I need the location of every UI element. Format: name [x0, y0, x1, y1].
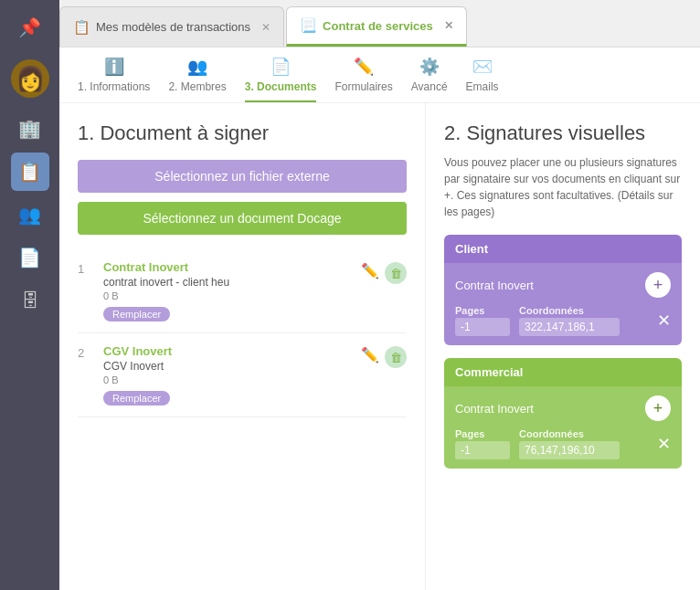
sig-coords-input[interactable] — [519, 318, 620, 336]
sig-pages-label: Pages — [455, 428, 510, 439]
sig-field-row: Pages Coordonnées ✕ — [455, 305, 671, 336]
sidebar-item-building[interactable]: 🏢 — [11, 110, 49, 148]
tab-contrat-label: Contrat de services — [323, 19, 433, 33]
table-row: 1 Contrat Inovert contrat inovert - clie… — [78, 249, 407, 333]
sig-pages-label: Pages — [455, 305, 510, 316]
doc-size: 0 B — [103, 290, 350, 301]
doc-replace-button[interactable]: Remplacer — [103, 307, 170, 321]
sig-section-title: 2. Signatures visuelles — [444, 121, 682, 145]
sig-doc-name: Contrat Inovert — [455, 402, 534, 416]
sig-add-button[interactable]: + — [645, 272, 671, 298]
sidebar-item-documents[interactable]: 📋 — [11, 153, 49, 191]
sig-row: Contrat Inovert + — [455, 395, 671, 421]
tab-bar: 📋 Mes modèles de transactions ✕ 📃 Contra… — [59, 0, 700, 47]
info-icon: ℹ️ — [104, 57, 124, 77]
document-list: 1 Contrat Inovert contrat inovert - clie… — [78, 249, 407, 417]
edit-icon[interactable]: ✏️ — [361, 346, 379, 368]
subnav-emails-label: Emails — [466, 80, 499, 93]
formulaires-icon: ✏️ — [354, 57, 374, 77]
subnav-avance[interactable]: ⚙️ Avancé — [411, 57, 448, 102]
subnav-documents[interactable]: 📄 3. Documents — [245, 57, 317, 102]
doc-name: Contrat Inovert — [103, 260, 350, 274]
sig-fields: Pages Coordonnées — [455, 428, 620, 459]
sig-card-commercial: Commercial Contrat Inovert + Pages — [444, 358, 682, 469]
subnav-membres-label: 2. Membres — [168, 80, 226, 93]
subnav-emails[interactable]: ✉️ Emails — [466, 57, 499, 102]
sub-nav: ℹ️ 1. Informations 👥 2. Membres 📄 3. Doc… — [59, 47, 700, 103]
doc-actions: ✏️ 🗑 — [361, 260, 407, 284]
sig-fields: Pages Coordonnées — [455, 305, 620, 336]
subnav-formulaires[interactable]: ✏️ Formulaires — [334, 57, 392, 102]
sig-coords-group: Coordonnées — [519, 305, 620, 336]
avance-icon: ⚙️ — [419, 57, 440, 77]
tab-models[interactable]: 📋 Mes modèles de transactions ✕ — [59, 6, 284, 47]
avatar[interactable]: 👩 — [11, 59, 49, 98]
subnav-formulaires-label: Formulaires — [334, 80, 392, 93]
doc-number: 1 — [78, 260, 92, 276]
table-row: 2 CGV Inovert CGV Inovert 0 B Remplacer … — [78, 333, 407, 417]
subnav-documents-label: 3. Documents — [245, 80, 317, 93]
emails-icon: ✉️ — [472, 57, 493, 77]
subnav-informations[interactable]: ℹ️ 1. Informations — [78, 57, 150, 102]
sig-pages-input[interactable] — [455, 318, 510, 336]
documents-icon: 📄 — [270, 57, 291, 77]
sidebar-item-users[interactable]: 👥 — [11, 195, 49, 234]
right-panel: 2. Signatures visuelles Vous pouvez plac… — [426, 103, 700, 590]
content-area: 1. Document à signer Sélectionnez un fic… — [59, 103, 700, 590]
doc-info: CGV Inovert CGV Inovert 0 B Remplacer — [103, 344, 350, 406]
doc-section-title: 1. Document à signer — [78, 121, 407, 145]
doc-filename: contrat inovert - client heu — [103, 276, 350, 289]
sig-coords-label: Coordonnées — [519, 428, 620, 439]
tab-contrat-icon: 📃 — [300, 17, 317, 34]
sidebar-item-archive[interactable]: 🗄 — [11, 281, 49, 320]
pin-icon[interactable]: 📌 — [11, 9, 48, 46]
tab-models-close[interactable]: ✕ — [261, 21, 270, 34]
subnav-membres[interactable]: 👥 2. Membres — [168, 57, 226, 102]
edit-icon[interactable]: ✏️ — [361, 262, 379, 284]
tab-models-icon: 📋 — [73, 19, 90, 36]
doc-number: 2 — [78, 344, 92, 360]
sig-card-client-header: Client — [444, 235, 682, 263]
doc-actions: ✏️ 🗑 — [361, 344, 407, 368]
sig-close-icon[interactable]: ✕ — [657, 434, 671, 454]
sig-pages-input[interactable] — [455, 441, 510, 459]
subnav-avance-label: Avancé — [411, 80, 448, 93]
doc-info: Contrat Inovert contrat inovert - client… — [103, 260, 350, 321]
delete-icon[interactable]: 🗑 — [385, 346, 407, 368]
doc-name: CGV Inovert — [103, 344, 350, 358]
tab-contrat-close[interactable]: ✕ — [444, 19, 453, 32]
sig-coords-label: Coordonnées — [519, 305, 620, 316]
sig-card-commercial-body: Contrat Inovert + Pages Coordonnées — [444, 386, 682, 469]
delete-icon[interactable]: 🗑 — [385, 262, 407, 284]
sig-add-button[interactable]: + — [645, 395, 671, 421]
sidebar-item-document-a[interactable]: 📄 — [11, 238, 49, 277]
sig-close-icon[interactable]: ✕ — [657, 311, 671, 331]
doc-size: 0 B — [103, 374, 350, 385]
sig-doc-name: Contrat Inovert — [455, 279, 534, 292]
subnav-informations-label: 1. Informations — [78, 80, 150, 93]
select-external-button[interactable]: Sélectionnez un fichier externe — [78, 160, 407, 193]
sidebar: 📌 👩 🏢 📋 👥 📄 🗄 — [0, 0, 59, 590]
sig-coords-input[interactable] — [519, 441, 620, 459]
left-panel: 1. Document à signer Sélectionnez un fic… — [59, 103, 426, 590]
tab-models-label: Mes modèles de transactions — [96, 20, 250, 34]
sig-coords-group: Coordonnées — [519, 428, 620, 459]
sig-card-commercial-header: Commercial — [444, 358, 682, 386]
sig-description: Vous pouvez placer une ou plusieurs sign… — [444, 154, 682, 220]
sig-card-client-body: Contrat Inovert + Pages Coordonnées — [444, 263, 682, 345]
sig-row: Contrat Inovert + — [455, 272, 671, 298]
main-area: 📋 Mes modèles de transactions ✕ 📃 Contra… — [59, 0, 700, 590]
doc-replace-button[interactable]: Remplacer — [103, 391, 170, 406]
select-docage-button[interactable]: Sélectionnez un document Docage — [78, 202, 407, 235]
sig-pages-group: Pages — [455, 428, 510, 459]
tab-contrat[interactable]: 📃 Contrat de services ✕ — [286, 6, 467, 47]
sig-card-client: Client Contrat Inovert + Pages — [444, 235, 682, 345]
membres-icon: 👥 — [187, 57, 207, 77]
sig-pages-group: Pages — [455, 305, 510, 336]
sig-field-row: Pages Coordonnées ✕ — [455, 428, 671, 459]
doc-filename: CGV Inovert — [103, 360, 350, 373]
